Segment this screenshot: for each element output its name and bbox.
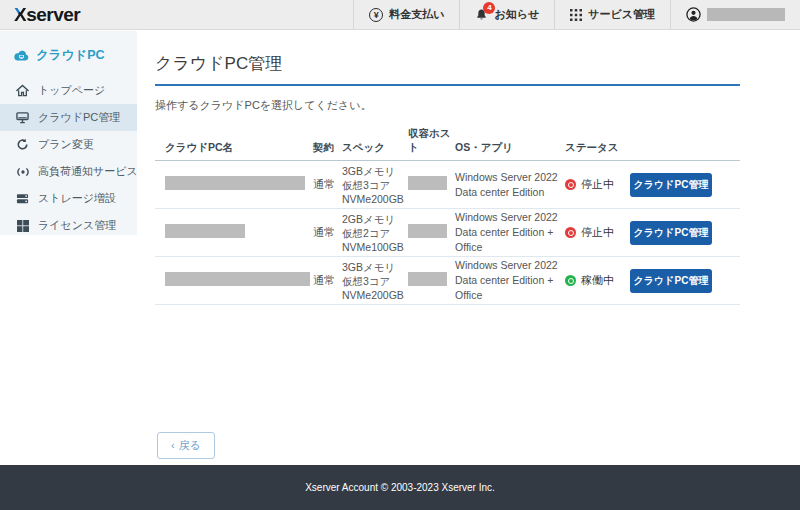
table-row: 通常 2GBメモリ 仮想2コア NVMe100GB Windows Server… xyxy=(155,209,740,257)
logo-rest: server xyxy=(26,4,80,25)
redacted-host-name xyxy=(408,224,447,238)
sidebar-item-plan-change[interactable]: プラン変更 xyxy=(0,131,137,158)
status-badge: 稼働中 xyxy=(565,273,630,288)
redacted-cloudpc-name xyxy=(165,224,245,238)
sidebar-item-label: 高負荷通知サービス xyxy=(38,164,138,179)
status-stopped-icon xyxy=(565,179,576,190)
contract-value: 通常 xyxy=(313,177,342,192)
spec-cell: 3GBメモリ 仮想3コア NVMe200GB xyxy=(342,260,408,302)
refresh-icon xyxy=(15,138,30,151)
sidebar-item-storage-expansion[interactable]: ストレージ増設 xyxy=(0,185,137,212)
nav-payment-label: 料金支払い xyxy=(389,7,444,22)
sidebar-item-cloudpc-management[interactable]: クラウドPC管理 xyxy=(0,104,137,131)
main-content: クラウドPC管理 操作するクラウドPCを選択してください。 クラウドPC名 契約… xyxy=(155,30,740,459)
cloudpc-table: クラウドPC名 契約 スペック 収容ホスト OS・アプリ ステータス 通常 3G… xyxy=(155,121,740,305)
col-header-name: クラウドPC名 xyxy=(165,141,313,155)
page-description: 操作するクラウドPCを選択してください。 xyxy=(155,98,740,113)
home-icon xyxy=(15,84,30,97)
status-label: 停止中 xyxy=(581,225,614,240)
chevron-left-icon: ‹ xyxy=(171,440,175,451)
sidebar-item-license-management[interactable]: ライセンス管理 xyxy=(0,212,137,239)
account-icon xyxy=(686,7,701,22)
nav-notifications-label: お知らせ xyxy=(494,7,539,22)
status-stopped-icon xyxy=(565,227,576,238)
back-button[interactable]: ‹ 戻る xyxy=(157,432,215,459)
spec-cell: 2GBメモリ 仮想2コア NVMe100GB xyxy=(342,212,408,254)
os-app-value: Windows Server 2022 Data center Edition … xyxy=(455,210,565,255)
spec-cell: 3GBメモリ 仮想3コア NVMe200GB xyxy=(342,164,408,206)
sidebar-item-label: プラン変更 xyxy=(38,137,94,152)
storage-icon xyxy=(15,193,30,205)
col-header-contract: 契約 xyxy=(313,141,342,155)
logo-x: X xyxy=(14,4,26,25)
redacted-account-name xyxy=(707,8,785,21)
footer: Xserver Account © 2003-2023 Xserver Inc. xyxy=(0,465,800,510)
table-header-row: クラウドPC名 契約 スペック 収容ホスト OS・アプリ ステータス xyxy=(155,121,740,161)
xserver-logo[interactable]: Xserver xyxy=(14,4,80,26)
col-header-status: ステータス xyxy=(565,141,630,155)
sidebar-item-top-page[interactable]: トップページ xyxy=(0,77,137,104)
redacted-host-name xyxy=(408,176,447,190)
status-badge: 停止中 xyxy=(565,177,630,192)
sidebar-menu: トップページ クラウドPC管理 プラン変更 xyxy=(0,77,137,239)
os-app-value: Windows Server 2022 Data center Edition xyxy=(455,170,565,200)
redacted-cloudpc-name xyxy=(165,272,310,286)
windows-icon xyxy=(15,220,30,232)
top-bar: Xserver ¥ 料金支払い 4 お知らせ xyxy=(0,0,800,30)
page-title: クラウドPC管理 xyxy=(155,52,740,86)
table-row: 通常 3GBメモリ 仮想3コア NVMe200GB Windows Server… xyxy=(155,257,740,305)
manage-cloudpc-button[interactable]: クラウドPC管理 xyxy=(630,269,712,293)
nav-payment[interactable]: ¥ 料金支払い xyxy=(353,0,459,29)
redacted-host-name xyxy=(408,272,447,286)
contract-value: 通常 xyxy=(313,225,342,240)
sidebar-item-label: クラウドPC管理 xyxy=(38,110,120,125)
sidebar-brand-label: クラウドPC xyxy=(36,47,105,64)
sidebar-item-label: トップページ xyxy=(38,83,105,98)
manage-cloudpc-button[interactable]: クラウドPC管理 xyxy=(630,221,712,245)
top-nav: ¥ 料金支払い 4 お知らせ サービス管理 xyxy=(353,0,800,29)
col-header-host: 収容ホスト xyxy=(408,127,455,155)
nav-service-management-label: サービス管理 xyxy=(588,7,655,22)
sidebar: クラウドPC トップページ クラウドPC管理 xyxy=(0,31,137,235)
contract-value: 通常 xyxy=(313,273,342,288)
status-running-icon xyxy=(565,275,576,286)
col-header-spec: スペック xyxy=(342,141,408,155)
footer-copyright: Xserver Account © 2003-2023 Xserver Inc. xyxy=(305,482,495,493)
cloud-pc-icon xyxy=(14,49,29,62)
redacted-cloudpc-name xyxy=(165,176,305,190)
yen-circle-icon: ¥ xyxy=(369,8,383,22)
sidebar-item-label: ライセンス管理 xyxy=(38,218,116,233)
table-row: 通常 3GBメモリ 仮想3コア NVMe200GB Windows Server… xyxy=(155,161,740,209)
sidebar-item-high-load-notification[interactable]: 高負荷通知サービス xyxy=(0,158,137,185)
bell-icon-wrap: 4 xyxy=(475,8,488,22)
notification-badge: 4 xyxy=(483,2,495,14)
status-label: 稼働中 xyxy=(581,273,614,288)
signal-icon xyxy=(15,167,30,177)
desktop-pc-icon xyxy=(15,111,30,124)
status-label: 停止中 xyxy=(581,177,614,192)
manage-cloudpc-button[interactable]: クラウドPC管理 xyxy=(630,173,712,197)
grid-icon xyxy=(570,9,582,21)
os-app-value: Windows Server 2022 Data center Edition … xyxy=(455,258,565,303)
nav-service-management[interactable]: サービス管理 xyxy=(554,0,670,29)
col-header-os-app: OS・アプリ xyxy=(455,141,565,155)
nav-notifications[interactable]: 4 お知らせ xyxy=(459,0,554,29)
status-badge: 停止中 xyxy=(565,225,630,240)
sidebar-item-label: ストレージ増設 xyxy=(38,191,116,206)
back-button-label: 戻る xyxy=(179,438,201,453)
sidebar-brand-cloudpc[interactable]: クラウドPC xyxy=(0,42,137,68)
nav-account[interactable] xyxy=(670,0,800,29)
